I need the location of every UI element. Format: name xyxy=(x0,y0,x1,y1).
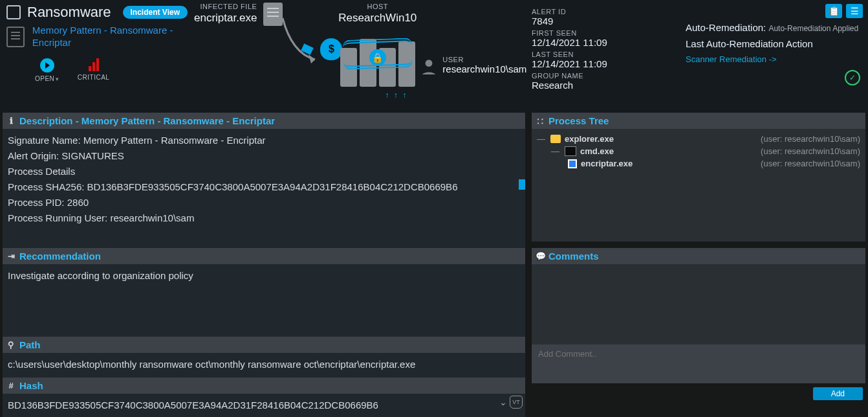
alert-meta: ALERT ID 7849 FIRST SEEN 12/14/2021 11:0… xyxy=(532,0,680,113)
path-value: c:\users\user\desktop\monthly ransomware… xyxy=(3,353,525,378)
remediation-panel: 📋 ☰ Auto-Remediation: Auto-Remediation A… xyxy=(680,0,868,113)
user-name[interactable]: researchwin10\sam xyxy=(442,63,526,74)
tree-icon: ⸬ xyxy=(536,116,545,126)
host-label: HOST xyxy=(367,3,389,10)
header-graphic: INFECTED FILE encriptar.exe $ HOST Resea… xyxy=(194,0,532,113)
recommendation-header[interactable]: ⇥Recommendation xyxy=(3,248,525,264)
user-icon xyxy=(420,58,437,74)
infected-file-name: encriptar.exe xyxy=(194,12,257,25)
svg-point-2 xyxy=(426,60,433,67)
user-label: USER xyxy=(442,56,526,63)
scrollbar-thumb[interactable] xyxy=(519,179,525,190)
folder-icon xyxy=(550,135,561,143)
recommendation-body: Investigate according to organization po… xyxy=(3,264,525,337)
scanner-remediation-link[interactable]: Scanner Remediation -> xyxy=(686,54,863,64)
svg-marker-0 xyxy=(309,54,315,63)
page-title: Ransomware xyxy=(27,4,111,21)
process-tree: —explorer.exe(user: researchwin10\sam) —… xyxy=(532,129,865,242)
chevron-down-icon: ▾ xyxy=(56,76,60,82)
add-comment-button[interactable]: Add xyxy=(813,387,863,400)
up-arrows-icon: ↑ ↑ ↑ xyxy=(385,91,407,100)
header: Ransomware Incident View Memory Pattern … xyxy=(0,0,868,113)
incident-view-badge[interactable]: Incident View xyxy=(123,6,188,19)
list-icon[interactable]: ☰ xyxy=(846,4,863,18)
hash-header[interactable]: #Hash xyxy=(3,378,525,394)
file-icon xyxy=(263,3,283,26)
terminal-icon xyxy=(565,146,576,156)
play-icon xyxy=(40,58,54,73)
signature-name[interactable]: Memory Pattern - Ransomware - Encriptar xyxy=(32,25,188,49)
shield-icon: VT xyxy=(510,396,523,409)
document-icon xyxy=(6,27,25,47)
process-tree-header[interactable]: ⸬Process Tree xyxy=(532,113,865,129)
tree-row[interactable]: encriptar.exe(user: researchwin10\sam) xyxy=(537,157,860,170)
info-icon: ℹ xyxy=(6,116,16,126)
link-arrow-icon xyxy=(279,14,324,66)
link-icon: ⚲ xyxy=(6,340,16,350)
hash-value: BD136B3FDE933505CF3740C3800A5007E3A94A2D… xyxy=(8,400,378,411)
host-name[interactable]: ResearchWin10 xyxy=(338,12,417,25)
hash-body: BD136B3FDE933505CF3740C3800A5007E3A94A2D… xyxy=(3,394,525,417)
critical-status[interactable]: CRITICAL xyxy=(78,58,110,82)
first-seen: 12/14/2021 11:09 xyxy=(532,37,680,48)
locked-docs-icon: 🔒 xyxy=(339,30,417,87)
alert-id: 7849 xyxy=(532,16,680,27)
comments-header[interactable]: 💬Comments xyxy=(532,248,865,264)
clipboard-icon[interactable]: 📋 xyxy=(825,4,842,18)
exe-icon xyxy=(568,159,577,168)
comments-list xyxy=(532,264,865,344)
last-seen: 12/14/2021 11:09 xyxy=(532,58,680,69)
virustotal-link[interactable]: ⌄VT xyxy=(499,395,523,409)
add-comment-input[interactable] xyxy=(537,348,863,359)
tree-row[interactable]: —explorer.exe(user: researchwin10\sam) xyxy=(537,133,860,145)
auto-remediation-status: Auto-Remediation Applied xyxy=(768,24,858,33)
description-header[interactable]: ℹDescription - Memory Pattern - Ransomwa… xyxy=(3,113,525,129)
success-icon: ✓ xyxy=(845,70,860,85)
hash-icon: # xyxy=(6,381,16,390)
open-status[interactable]: OPEN▾ xyxy=(35,58,60,82)
comment-icon: 💬 xyxy=(536,251,545,261)
infected-file-label: INFECTED FILE xyxy=(201,3,257,10)
path-header[interactable]: ⚲Path xyxy=(3,337,525,353)
group-name: Research xyxy=(532,80,680,91)
select-checkbox[interactable] xyxy=(6,5,21,19)
bars-icon xyxy=(89,58,99,71)
tree-row[interactable]: —cmd.exe(user: researchwin10\sam) xyxy=(537,145,860,157)
header-left: Ransomware Incident View Memory Pattern … xyxy=(0,0,194,113)
arrow-icon: ⇥ xyxy=(6,251,16,261)
description-body: Signature Name: Memory Pattern - Ransomw… xyxy=(3,129,525,248)
